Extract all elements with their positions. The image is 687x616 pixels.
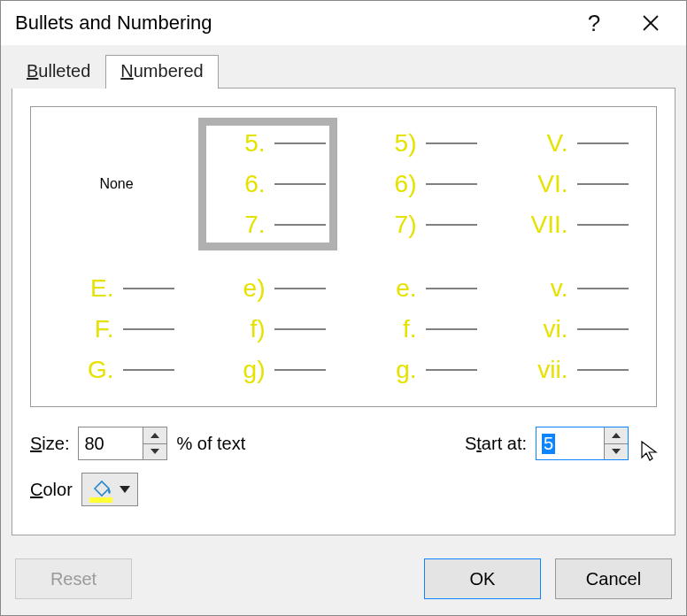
text-line (577, 183, 629, 185)
style-latin-lower-period[interactable]: e.f.g. (350, 263, 489, 396)
svg-marker-6 (120, 486, 130, 493)
text-line (577, 224, 629, 226)
number-label: G. (59, 356, 114, 384)
number-label: 6) (362, 170, 417, 198)
start-at-decrement[interactable] (605, 443, 628, 460)
text-line (274, 142, 326, 144)
tab-bulleted[interactable]: Bulleted (12, 55, 105, 89)
preview-row: vii. (513, 356, 629, 384)
svg-marker-4 (612, 433, 621, 438)
preview-row: E. (59, 274, 174, 303)
panel-numbered: None5.6.7.5)6)7)V.VI.VII.E.F.G.e)f)g)e.f… (12, 88, 675, 535)
start-at-input[interactable]: 5 (536, 427, 604, 459)
preview-row: f) (211, 315, 326, 343)
reset-button: Reset (15, 558, 132, 599)
number-label: v. (513, 274, 568, 303)
numbering-preview-grid: None5.6.7.5)6)7)V.VI.VII.E.F.G.e)f)g)e.f… (30, 106, 657, 407)
preview-row: V. (513, 129, 629, 158)
titlebar: Bullets and Numbering ? (1, 1, 686, 45)
text-line (123, 288, 174, 289)
preview-row: G. (59, 356, 174, 384)
color-swatch (89, 497, 112, 503)
text-line (274, 369, 326, 371)
close-icon (643, 15, 659, 31)
style-arabic-period[interactable]: 5.6.7. (198, 118, 337, 250)
text-line (274, 224, 326, 226)
tabs: Bulleted Numbered (1, 45, 686, 88)
svg-marker-3 (151, 449, 159, 454)
text-line (577, 142, 629, 144)
size-input[interactable] (79, 427, 143, 459)
cancel-button[interactable]: Cancel (555, 558, 672, 599)
color-row: Color (30, 473, 657, 506)
color-picker-button[interactable] (81, 473, 138, 506)
style-none[interactable]: None (47, 118, 186, 250)
number-label: g) (211, 356, 266, 384)
preview-row: e. (362, 274, 477, 303)
text-line (274, 328, 326, 330)
number-label: vi. (513, 315, 568, 343)
svg-marker-2 (151, 433, 159, 438)
style-roman-upper[interactable]: V.VI.VII. (501, 118, 640, 250)
bullets-numbering-dialog: Bullets and Numbering ? Bulleted Numbere… (0, 0, 687, 616)
text-line (426, 369, 477, 371)
color-label: Color (30, 480, 73, 500)
preview-row: VI. (513, 170, 629, 198)
number-label: 7) (362, 211, 417, 239)
text-line (426, 183, 477, 185)
style-roman-lower[interactable]: v.vi.vii. (501, 263, 640, 396)
size-decrement[interactable] (143, 443, 166, 460)
number-label: e) (211, 274, 266, 303)
preview-row: 6. (211, 170, 326, 198)
number-label: f. (362, 315, 417, 343)
help-button[interactable]: ? (566, 1, 622, 45)
cursor-icon (641, 441, 660, 464)
text-line (577, 328, 629, 330)
size-spinner[interactable] (78, 427, 167, 460)
preview-row: VII. (513, 211, 629, 239)
number-label: VII. (513, 211, 568, 239)
none-label: None (99, 176, 133, 192)
dialog-footer: Reset OK Cancel (1, 546, 686, 615)
text-line (577, 369, 629, 371)
text-line (274, 183, 326, 185)
svg-marker-5 (612, 449, 621, 454)
tab-numbered[interactable]: Numbered (105, 55, 218, 89)
number-label: 5. (211, 129, 266, 158)
number-label: g. (362, 356, 417, 384)
preview-row: F. (59, 315, 174, 343)
style-latin-lower-paren[interactable]: e)f)g) (198, 263, 337, 396)
style-latin-upper[interactable]: E.F.G. (47, 263, 186, 396)
number-label: VI. (513, 170, 568, 198)
number-label: E. (59, 274, 114, 303)
start-at-increment[interactable] (605, 427, 628, 443)
text-line (274, 288, 326, 289)
number-label: 7. (211, 211, 266, 239)
style-arabic-paren[interactable]: 5)6)7) (350, 118, 489, 250)
text-line (426, 328, 477, 330)
number-label: V. (513, 129, 568, 158)
ok-button[interactable]: OK (424, 558, 541, 599)
size-increment[interactable] (143, 427, 166, 443)
text-line (426, 224, 477, 226)
number-label: 5) (362, 129, 417, 158)
preview-row: g. (362, 356, 477, 384)
close-button[interactable] (622, 1, 679, 45)
number-label: e. (362, 274, 417, 303)
preview-row: e) (211, 274, 326, 303)
number-label: f) (211, 315, 266, 343)
number-label: F. (59, 315, 114, 343)
text-line (426, 142, 477, 144)
number-label: 6. (211, 170, 266, 198)
text-line (123, 369, 174, 371)
dropdown-icon (120, 486, 130, 493)
preview-row: vi. (513, 315, 629, 343)
preview-row: 5) (362, 129, 477, 158)
preview-row: f. (362, 315, 477, 343)
start-at-spinner[interactable]: 5 (536, 427, 629, 460)
dialog-title: Bullets and Numbering (15, 12, 566, 35)
preview-row: 6) (362, 170, 477, 198)
controls-row: Size: % of text Start at: 5 (30, 427, 657, 460)
preview-row: 7) (362, 211, 477, 239)
number-label: vii. (513, 356, 568, 384)
